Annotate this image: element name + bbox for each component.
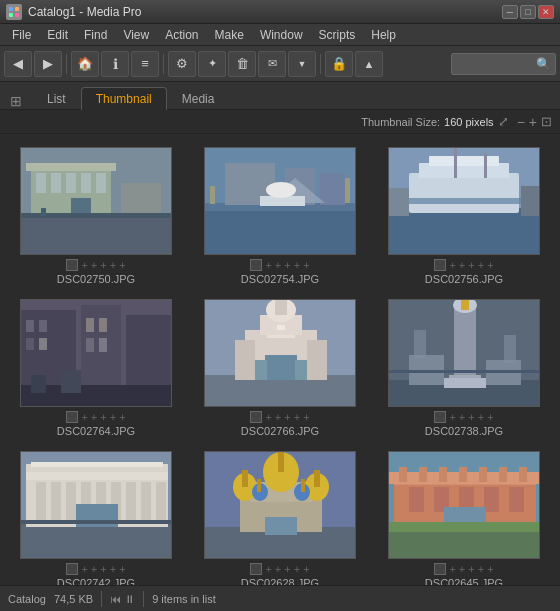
thumb-checkbox[interactable] [434,563,446,575]
thumb-star-1[interactable]: + [81,563,87,575]
thumb-star-1[interactable]: + [449,259,455,271]
toolbar-sep-1 [66,54,67,74]
delete-button[interactable]: 🗑 [228,51,256,77]
thumb-checkbox[interactable] [250,411,262,423]
close-button[interactable]: ✕ [538,5,554,19]
thumb-checkbox[interactable] [66,563,78,575]
thumb-star-1[interactable]: + [265,411,271,423]
thumb-star-1[interactable]: + [265,259,271,271]
thumb-star-1[interactable]: + [81,259,87,271]
thumbnail-item[interactable]: +++++DSC02742.JPG [4,442,188,585]
thumb-star-2[interactable]: + [91,563,97,575]
tab-list[interactable]: List [32,87,81,110]
thumb-star-5[interactable]: + [487,411,493,423]
thumb-star-5[interactable]: + [303,259,309,271]
fit-icon[interactable]: ⊡ [541,114,552,129]
thumb-star-5[interactable]: + [487,563,493,575]
home-button[interactable]: 🏠 [71,51,99,77]
thumb-star-4[interactable]: + [294,411,300,423]
dropdown-button[interactable]: ▼ [288,51,316,77]
thumb-star-3[interactable]: + [468,259,474,271]
lock-button[interactable]: 🔒 [325,51,353,77]
thumbnail-item[interactable]: +++++DSC02766.JPG [188,290,372,442]
thumb-star-1[interactable]: + [449,411,455,423]
thumb-star-4[interactable]: + [110,411,116,423]
thumb-star-3[interactable]: + [100,563,106,575]
thumb-star-2[interactable]: + [275,259,281,271]
thumb-star-3[interactable]: + [100,411,106,423]
expand-icon[interactable]: ⤢ [498,114,509,129]
thumb-star-3[interactable]: + [468,563,474,575]
menu-scripts[interactable]: Scripts [311,26,364,44]
thumb-star-1[interactable]: + [265,563,271,575]
menu-file[interactable]: File [4,26,39,44]
thumb-star-3[interactable]: + [468,411,474,423]
thumb-star-2[interactable]: + [91,259,97,271]
search-box[interactable]: 🔍 [451,53,556,75]
thumb-star-2[interactable]: + [275,411,281,423]
thumb-star-5[interactable]: + [487,259,493,271]
thumb-star-1[interactable]: + [449,563,455,575]
thumb-star-4[interactable]: + [478,259,484,271]
menu-window[interactable]: Window [252,26,311,44]
thumb-star-5[interactable]: + [119,411,125,423]
thumb-checkbox[interactable] [66,411,78,423]
forward-button[interactable]: ▶ [34,51,62,77]
thumb-checkbox[interactable] [250,259,262,271]
thumbnail-item[interactable]: +++++DSC02750.JPG [4,138,188,290]
search-input[interactable] [456,58,536,70]
thumb-star-2[interactable]: + [459,411,465,423]
thumb-star-5[interactable]: + [303,411,309,423]
thumb-star-3[interactable]: + [284,411,290,423]
thumb-star-4[interactable]: + [478,411,484,423]
thumb-star-2[interactable]: + [275,563,281,575]
list-view-button[interactable]: ≡ [131,51,159,77]
upload-button[interactable]: ▲ [355,51,383,77]
menu-view[interactable]: View [115,26,157,44]
thumb-star-5[interactable]: + [119,259,125,271]
menu-find[interactable]: Find [76,26,115,44]
back-button[interactable]: ◀ [4,51,32,77]
menu-edit[interactable]: Edit [39,26,76,44]
thumb-checkbox[interactable] [434,411,446,423]
thumbnail-item[interactable]: +++++DSC02645.JPG [372,442,556,585]
thumb-star-4[interactable]: + [294,259,300,271]
plus-icon[interactable]: + [529,114,537,130]
thumb-star-5[interactable]: + [119,563,125,575]
thumb-star-2[interactable]: + [91,411,97,423]
tab-media[interactable]: Media [167,87,230,110]
thumbnail-item[interactable]: +++++DSC02628.JPG [188,442,372,585]
thumb-checkbox[interactable] [434,259,446,271]
thumbnail-item[interactable]: +++++DSC02764.JPG [4,290,188,442]
svg-rect-106 [314,470,320,487]
tab-thumbnail[interactable]: Thumbnail [81,87,167,110]
thumb-checkbox[interactable] [66,259,78,271]
menu-action[interactable]: Action [157,26,206,44]
thumb-star-5[interactable]: + [303,563,309,575]
thumb-star-1[interactable]: + [81,411,87,423]
thumb-star-3[interactable]: + [284,563,290,575]
thumb-star-3[interactable]: + [100,259,106,271]
thumb-star-4[interactable]: + [110,563,116,575]
info-button[interactable]: ℹ [101,51,129,77]
star-button[interactable]: ✦ [198,51,226,77]
thumb-star-4[interactable]: + [294,563,300,575]
menu-help[interactable]: Help [363,26,404,44]
thumb-star-2[interactable]: + [459,563,465,575]
email-button[interactable]: ✉ [258,51,286,77]
minus-icon[interactable]: − [517,114,525,130]
thumbnail-filename: DSC02628.JPG [241,577,319,585]
thumbnail-item[interactable]: +++++DSC02738.JPG [372,290,556,442]
thumb-checkbox[interactable] [250,563,262,575]
thumbnail-item[interactable]: +++++DSC02754.JPG [188,138,372,290]
thumb-star-4[interactable]: + [478,563,484,575]
thumb-star-3[interactable]: + [284,259,290,271]
thumbnail-image [388,147,540,255]
thumbnail-item[interactable]: +++++DSC02756.JPG [372,138,556,290]
menu-make[interactable]: Make [207,26,252,44]
minimize-button[interactable]: ─ [502,5,518,19]
settings-button[interactable]: ⚙ [168,51,196,77]
maximize-button[interactable]: □ [520,5,536,19]
thumb-star-4[interactable]: + [110,259,116,271]
thumb-star-2[interactable]: + [459,259,465,271]
